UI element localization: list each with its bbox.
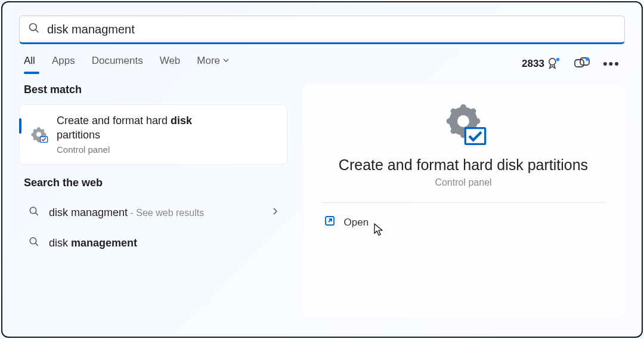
svg-point-11 — [30, 238, 36, 244]
open-external-icon — [324, 215, 336, 230]
best-match-title-line2: partitions — [57, 129, 100, 141]
open-action[interactable]: Open — [321, 210, 606, 235]
search-icon — [29, 206, 39, 220]
svg-point-13 — [457, 115, 469, 127]
tab-web[interactable]: Web — [160, 55, 181, 73]
rewards-badge-icon — [548, 57, 561, 70]
filter-tabs-row: All Apps Documents Web More 2833 — [2, 44, 642, 73]
tab-apps[interactable]: Apps — [52, 55, 75, 73]
detail-title: Create and format hard disk partitions — [327, 156, 600, 174]
results-body: Best match Create and format hard disk p… — [2, 73, 642, 318]
web-result-text: disk management — [49, 237, 137, 249]
detail-subtitle: Control panel — [435, 177, 491, 188]
rewards-points-value: 2833 — [522, 58, 544, 70]
cursor-arrow-icon — [374, 223, 385, 239]
chat-icon[interactable] — [574, 57, 590, 70]
web-result-item[interactable]: disk managment - See web results — [19, 198, 287, 228]
svg-line-1 — [36, 30, 39, 33]
ellipsis-icon: ••• — [603, 57, 620, 70]
svg-point-6 — [586, 57, 589, 61]
best-match-subtitle: Control panel — [57, 144, 192, 156]
svg-rect-4 — [575, 60, 584, 67]
chevron-down-icon — [222, 55, 230, 67]
gear-check-icon — [29, 125, 48, 144]
svg-rect-14 — [465, 128, 485, 144]
search-window: All Apps Documents Web More 2833 — [1, 1, 643, 338]
svg-line-10 — [36, 212, 38, 215]
search-icon — [28, 22, 40, 36]
svg-point-7 — [36, 132, 41, 137]
divider — [321, 202, 606, 203]
header-actions: 2833 ••• — [522, 57, 620, 70]
section-best-match: Best match — [24, 84, 283, 96]
svg-point-0 — [30, 24, 37, 31]
chevron-right-icon — [272, 207, 278, 218]
gear-check-icon — [439, 100, 487, 148]
best-match-title-bold: disk — [171, 115, 192, 127]
search-bar[interactable] — [19, 16, 625, 44]
best-match-result[interactable]: Create and format hard disk partitions C… — [19, 104, 287, 165]
tab-more-label: More — [197, 55, 220, 67]
open-label: Open — [344, 217, 369, 229]
overflow-menu[interactable]: ••• — [603, 57, 620, 70]
tab-all[interactable]: All — [24, 55, 35, 73]
rewards-points[interactable]: 2833 — [522, 57, 561, 70]
svg-point-3 — [556, 58, 560, 61]
web-results-list: disk managment - See web results — [19, 198, 287, 258]
web-result-item[interactable]: disk management — [19, 228, 287, 258]
filter-tabs: All Apps Documents Web More — [24, 55, 230, 73]
search-icon — [29, 236, 39, 250]
results-left-column: Best match Create and format hard disk p… — [19, 84, 287, 318]
detail-pane: Create and format hard disk partitions C… — [302, 84, 625, 318]
search-input[interactable] — [47, 23, 616, 36]
svg-point-2 — [549, 58, 556, 65]
tab-documents[interactable]: Documents — [92, 55, 143, 73]
svg-line-12 — [36, 243, 38, 245]
tab-more[interactable]: More — [197, 55, 230, 73]
best-match-text: Create and format hard disk partitions C… — [57, 113, 192, 156]
svg-point-9 — [30, 207, 36, 214]
best-match-title: Create and format hard disk partitions — [57, 113, 192, 143]
web-result-text: disk managment - See web results — [49, 207, 204, 219]
section-search-web: Search the web — [24, 177, 283, 189]
best-match-title-prefix: Create and format hard — [57, 115, 171, 127]
